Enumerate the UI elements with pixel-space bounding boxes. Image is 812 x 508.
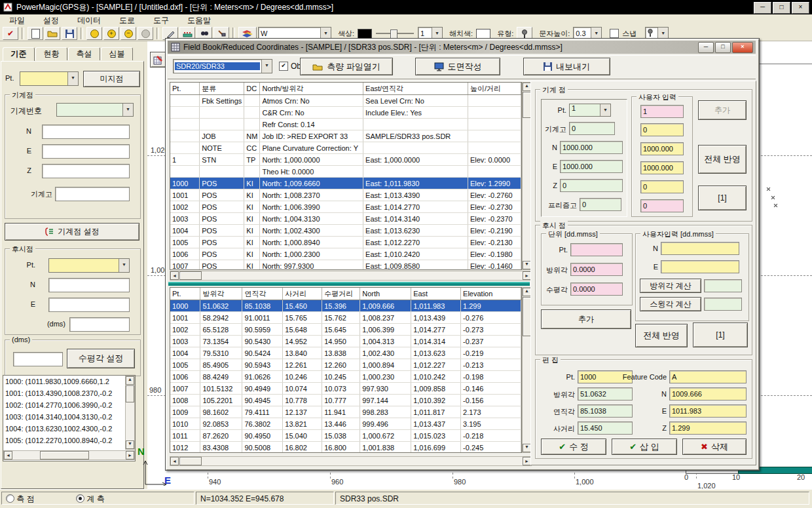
- backsight-e-field[interactable]: [48, 298, 130, 312]
- station-n-field[interactable]: 1000.000: [560, 141, 623, 154]
- sidebar-tab[interactable]: 심볼: [101, 47, 133, 60]
- table-row[interactable]: C&R Crn: NoInclude Elev.: Yes: [170, 107, 521, 119]
- table-row[interactable]: 1006POSKINorth: 1,000.2300East: 1,010.24…: [170, 248, 521, 260]
- backsight-dms-field[interactable]: [69, 317, 130, 332]
- splitter-bar[interactable]: [168, 282, 530, 286]
- table-row[interactable]: Refr Const: 0.14: [170, 119, 521, 130]
- table-row[interactable]: 1005POSKINorth: 1,000.8940East: 1,012.22…: [170, 237, 521, 248]
- zoom-extents-icon[interactable]: [86, 27, 102, 40]
- dialog-titlebar[interactable]: Field Book/Reduced Coordinates - [SAMPLE…: [168, 41, 756, 54]
- list-item[interactable]: 1003: (1014.3140,1004.3130,-0.2: [3, 411, 135, 423]
- station-height-field[interactable]: 0: [569, 122, 615, 135]
- table-row[interactable]: 1008105.220190.494510.77810.777997.1441,…: [170, 395, 521, 406]
- scroll-left-icon[interactable]: ◄: [170, 271, 179, 280]
- column-header[interactable]: Pt.: [170, 83, 200, 95]
- table-row[interactable]: 1007POSKINorth: 997.9300East: 1,009.8580…: [170, 260, 521, 271]
- chevron-down-icon[interactable]: ▼: [119, 259, 129, 272]
- sidebar-tab[interactable]: 기준: [3, 47, 35, 62]
- menu-item[interactable]: 설정: [34, 14, 68, 28]
- backsight-pt-combo[interactable]: ▼: [48, 258, 130, 273]
- chevron-down-icon[interactable]: ▼: [261, 60, 272, 73]
- feature-code-field[interactable]: A: [669, 370, 747, 383]
- list-item[interactable]: 1000: (1011.9830,1009.6660,1.2: [3, 376, 135, 387]
- user-prism-field[interactable]: 0: [640, 199, 684, 212]
- horizontal-angle-set-button[interactable]: 수평각 설정: [67, 349, 135, 368]
- edit-slope-field[interactable]: 15.450: [578, 421, 633, 435]
- scroll-down-icon[interactable]: ▼: [126, 440, 134, 449]
- station-e-field[interactable]: 1000.000: [560, 160, 623, 173]
- station-page-button[interactable]: [1]: [698, 186, 747, 210]
- prism-height-field[interactable]: 0: [580, 198, 621, 211]
- pt-combo[interactable]: ▼: [20, 71, 79, 86]
- column-header[interactable]: 연직각: [242, 288, 283, 300]
- snap-checkbox[interactable]: [610, 29, 619, 38]
- list-item[interactable]: 1004: (1013.6230,1002.4300,-0.2: [3, 423, 135, 435]
- edit-n-field[interactable]: 1009.666: [669, 387, 747, 401]
- calc-swing-button[interactable]: 스윙각 계산: [640, 297, 701, 311]
- backsight-azimuth-field[interactable]: 0.0000: [570, 263, 623, 276]
- zoom-previous-icon[interactable]: [138, 27, 153, 40]
- column-header[interactable]: 높이/거리: [468, 83, 521, 95]
- column-header[interactable]: North/방위각: [260, 83, 363, 95]
- scroll-thumb[interactable]: [126, 385, 134, 402]
- close-button[interactable]: ×: [792, 2, 809, 14]
- table-row[interactable]: 1004POSKINorth: 1,002.4300East: 1,013.62…: [170, 225, 521, 237]
- table-row[interactable]: 100051.063285.103815.45015.3961,009.6661…: [170, 300, 521, 312]
- column-header[interactable]: Elevation: [461, 288, 521, 300]
- menu-item[interactable]: 도구: [144, 14, 178, 28]
- scroll-thumb[interactable]: [40, 451, 89, 459]
- coordinate-listbox[interactable]: 1000: (1011.9830,1009.6660,1.21001: (101…: [3, 375, 136, 461]
- edit-azimuth-field[interactable]: 51.0632: [578, 387, 633, 401]
- edit-vertical-field[interactable]: 85.1038: [578, 404, 633, 418]
- backsight-add-button[interactable]: 추가: [541, 309, 631, 329]
- delete-button[interactable]: ✖삭제: [682, 439, 747, 455]
- table-row[interactable]: 100265.512890.595915.64815.6451,006.3991…: [170, 324, 521, 336]
- list-vscrollbar[interactable]: ▲ ▼: [125, 376, 135, 450]
- dms-field[interactable]: [13, 352, 63, 366]
- dialog-minimize-button[interactable]: ─: [698, 42, 714, 53]
- canvas-tool-button[interactable]: [150, 52, 166, 68]
- unknown-point-button[interactable]: 미지점: [83, 71, 140, 87]
- table-row[interactable]: Fbk SettingsAtmos Crn: NoSea Level Crn: …: [170, 95, 521, 107]
- list-hscrollbar[interactable]: ◄ ►: [3, 450, 135, 460]
- calc-azimuth-result-field[interactable]: [704, 279, 742, 292]
- station-z-field[interactable]: [42, 164, 130, 178]
- check-job-icon[interactable]: ✔: [3, 27, 18, 40]
- column-header[interactable]: Pt.: [170, 288, 200, 300]
- table-row[interactable]: 1007101.513290.494910.07410.073997.9301,…: [170, 383, 521, 395]
- radio-measure[interactable]: 계 측: [76, 494, 105, 503]
- scroll-left-icon[interactable]: ◄: [4, 451, 12, 459]
- reduced-table[interactable]: Pt.방위각연직각사거리수평거리NorthEastElevation100051…: [170, 287, 522, 453]
- column-header[interactable]: East/연직각: [363, 83, 468, 95]
- scroll-right-icon[interactable]: ►: [126, 451, 134, 459]
- create-drawing-button[interactable]: 도면작성: [415, 58, 500, 75]
- table-row[interactable]: 100373.135490.543014.95214.9501,004.3131…: [170, 336, 521, 347]
- list-item[interactable]: 1002: (1014.2770,1006.3990,-0.2: [3, 399, 135, 411]
- table-row[interactable]: 1STNTPNorth: 1,000.0000East: 1,000.0000E…: [170, 154, 521, 166]
- table-row[interactable]: 100998.160279.411112.13711.941998.2831,0…: [170, 406, 521, 418]
- chevron-down-icon[interactable]: ▼: [122, 104, 133, 116]
- radio-survey-point[interactable]: 측 점: [6, 494, 35, 503]
- width-slider[interactable]: [376, 29, 414, 38]
- reduced-hscrollbar[interactable]: ◄ ►: [170, 456, 532, 466]
- edit-e-field[interactable]: 1011.983: [669, 404, 747, 418]
- backsight-apply-all-button[interactable]: 전체 반영: [635, 324, 688, 347]
- insert-button[interactable]: ✔삽 입: [612, 439, 677, 455]
- table-row[interactable]: NOTECCPlane Curvature Correction: Y: [170, 142, 521, 154]
- column-header[interactable]: 사거리: [283, 288, 322, 300]
- modify-button[interactable]: ✔수 정: [541, 439, 606, 455]
- export-button[interactable]: 내보내기: [523, 58, 610, 75]
- station-n-field[interactable]: [42, 125, 130, 139]
- table-row[interactable]: 100585.490590.594312.26112.2601,000.8941…: [170, 359, 521, 371]
- chevron-down-icon[interactable]: ▼: [67, 72, 78, 85]
- save-icon[interactable]: [62, 27, 77, 40]
- table-row[interactable]: 101283.430890.500816.80216.8001,001.8381…: [170, 442, 521, 454]
- scroll-left-icon[interactable]: ◄: [170, 457, 179, 465]
- backsight-user-n-field[interactable]: [661, 242, 739, 255]
- table-row[interactable]: Theo Ht: 0.0000: [170, 166, 521, 178]
- menu-item[interactable]: 도로: [110, 14, 144, 28]
- fieldbook-table[interactable]: Pt.분류DCNorth/방위각East/연직각높이/거리Fbk Setting…: [170, 82, 522, 270]
- backsight-pt-field[interactable]: [570, 243, 623, 256]
- table-row[interactable]: 100688.424991.062610.24610.2451,000.2301…: [170, 371, 521, 383]
- station-add-button[interactable]: 추가: [698, 100, 747, 120]
